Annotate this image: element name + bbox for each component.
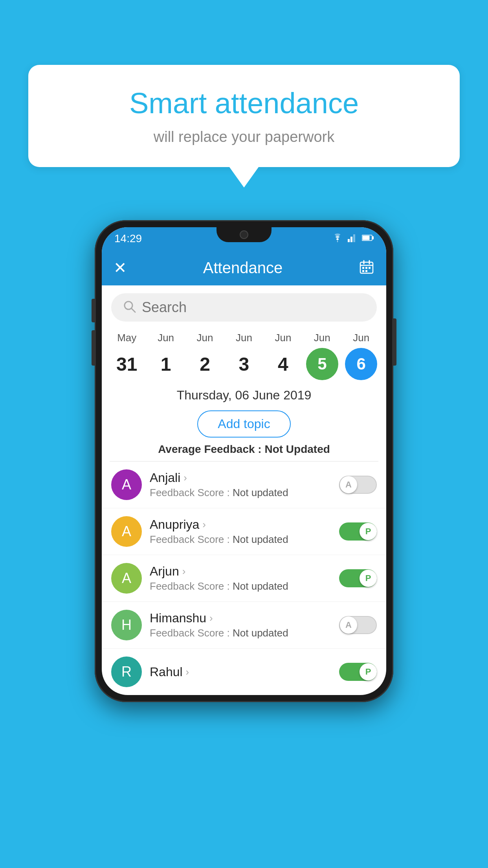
- selected-date-label: Thursday, 06 June 2019: [102, 383, 386, 406]
- toggle-thumb-anjali: A: [340, 476, 357, 493]
- chevron-right-icon: ›: [202, 519, 206, 531]
- avatar-anupriya: A: [111, 516, 142, 547]
- student-item-arjun[interactable]: A Arjun › Feedback Score : Not updated P: [102, 555, 386, 602]
- student-info-arjun: Arjun › Feedback Score : Not updated: [150, 564, 331, 592]
- add-topic-button[interactable]: Add topic: [197, 410, 290, 438]
- cal-day-may31[interactable]: May 31: [109, 332, 145, 380]
- cal-day-jun6[interactable]: Jun 6: [343, 332, 379, 380]
- svg-rect-11: [365, 267, 367, 269]
- svg-rect-10: [362, 267, 364, 269]
- student-name-himanshu: Himanshu ›: [150, 611, 331, 625]
- avatar-rahul: R: [111, 657, 142, 687]
- toggle-thumb-anupriya: P: [360, 523, 377, 540]
- avatar-anjali: A: [111, 469, 142, 500]
- toggle-thumb-arjun: P: [360, 570, 377, 587]
- speech-bubble-container: Smart attendance will replace your paper…: [28, 65, 460, 167]
- svg-rect-1: [350, 237, 352, 242]
- search-bar[interactable]: [111, 293, 377, 322]
- student-feedback-anjali: Feedback Score : Not updated: [150, 487, 331, 499]
- svg-rect-12: [369, 267, 371, 269]
- chevron-right-icon: ›: [183, 472, 187, 484]
- status-icons: [332, 234, 374, 244]
- attendance-toggle-arjun[interactable]: P: [339, 569, 377, 587]
- svg-rect-4: [363, 236, 370, 240]
- app-header: ✕ Attendance: [102, 250, 386, 285]
- svg-rect-14: [365, 270, 367, 272]
- toggle-thumb-rahul: P: [360, 663, 377, 680]
- chevron-right-icon: ›: [182, 565, 186, 577]
- avg-feedback-label: Average Feedback :: [158, 443, 262, 455]
- student-name-anupriya: Anupriya ›: [150, 517, 331, 532]
- student-info-himanshu: Himanshu › Feedback Score : Not updated: [150, 611, 331, 639]
- attendance-toggle-anjali[interactable]: A: [339, 476, 377, 494]
- calendar-row: May 31 Jun 1 Jun 2 Jun 3 Jun 4: [102, 326, 386, 383]
- attendance-toggle-himanshu[interactable]: A: [339, 616, 377, 634]
- avatar-himanshu: H: [111, 610, 142, 640]
- student-info-rahul: Rahul ›: [150, 665, 331, 679]
- cal-day-jun5[interactable]: Jun 5: [305, 332, 340, 380]
- svg-line-16: [131, 308, 135, 312]
- chevron-right-icon: ›: [186, 666, 189, 678]
- toggle-container-rahul[interactable]: P: [339, 663, 377, 681]
- svg-rect-0: [348, 239, 350, 242]
- cal-day-jun2[interactable]: Jun 2: [187, 332, 223, 380]
- cal-day-jun1[interactable]: Jun 1: [148, 332, 183, 380]
- wifi-icon: [332, 234, 343, 244]
- chevron-right-icon: ›: [209, 612, 213, 624]
- student-item-rahul[interactable]: R Rahul › P: [102, 649, 386, 695]
- student-info-anjali: Anjali › Feedback Score : Not updated: [150, 471, 331, 499]
- close-button[interactable]: ✕: [114, 259, 127, 277]
- student-name-arjun: Arjun ›: [150, 564, 331, 579]
- search-icon: [123, 300, 136, 315]
- speech-bubble: Smart attendance will replace your paper…: [28, 65, 460, 167]
- search-input[interactable]: [142, 299, 365, 316]
- avg-feedback: Average Feedback : Not Updated: [102, 443, 386, 461]
- student-name-anjali: Anjali ›: [150, 471, 331, 485]
- volume-down-button: [92, 330, 95, 366]
- toggle-container-anupriya[interactable]: P: [339, 522, 377, 541]
- student-feedback-himanshu: Feedback Score : Not updated: [150, 627, 331, 639]
- student-feedback-anupriya: Feedback Score : Not updated: [150, 533, 331, 546]
- phone-device: 14:29: [95, 220, 393, 702]
- phone-screen: 14:29: [102, 227, 386, 695]
- phone-notch: [216, 227, 272, 242]
- attendance-toggle-anupriya[interactable]: P: [339, 522, 377, 541]
- calendar-icon[interactable]: [359, 259, 374, 276]
- toggle-container-anjali[interactable]: A: [339, 476, 377, 494]
- volume-up-button: [92, 299, 95, 322]
- header-title: Attendance: [203, 259, 283, 277]
- student-info-anupriya: Anupriya › Feedback Score : Not updated: [150, 517, 331, 546]
- cal-day-jun4[interactable]: Jun 4: [265, 332, 301, 380]
- student-item-anupriya[interactable]: A Anupriya › Feedback Score : Not update…: [102, 508, 386, 555]
- student-list: A Anjali › Feedback Score : Not updated …: [102, 462, 386, 695]
- speech-bubble-title: Smart attendance: [52, 86, 436, 120]
- svg-rect-5: [372, 236, 374, 239]
- speech-bubble-subtitle: will replace your paperwork: [52, 129, 436, 145]
- avg-feedback-value: Not Updated: [264, 443, 330, 455]
- status-time: 14:29: [114, 232, 142, 245]
- svg-rect-13: [362, 270, 364, 272]
- cal-day-jun3[interactable]: Jun 3: [226, 332, 262, 380]
- student-item-anjali[interactable]: A Anjali › Feedback Score : Not updated …: [102, 462, 386, 508]
- battery-icon: [362, 234, 374, 243]
- student-feedback-arjun: Feedback Score : Not updated: [150, 580, 331, 592]
- power-button: [393, 318, 396, 366]
- attendance-toggle-rahul[interactable]: P: [339, 663, 377, 681]
- front-camera: [240, 230, 248, 239]
- student-item-himanshu[interactable]: H Himanshu › Feedback Score : Not update…: [102, 602, 386, 649]
- avatar-arjun: A: [111, 563, 142, 594]
- toggle-container-himanshu[interactable]: A: [339, 616, 377, 634]
- toggle-thumb-himanshu: A: [340, 616, 357, 634]
- svg-rect-2: [353, 234, 355, 242]
- signal-icon: [348, 234, 357, 244]
- student-name-rahul: Rahul ›: [150, 665, 331, 679]
- toggle-container-arjun[interactable]: P: [339, 569, 377, 587]
